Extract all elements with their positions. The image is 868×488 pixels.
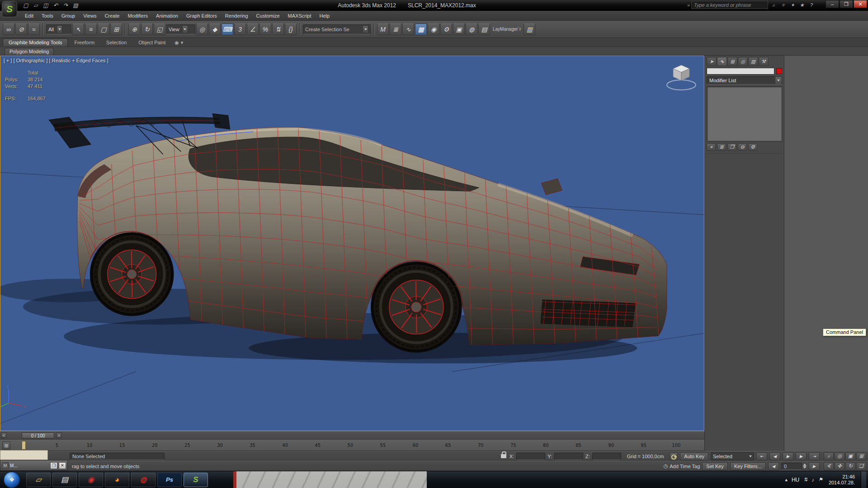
render-setup-icon[interactable]: ⚙ — [440, 23, 452, 35]
ribbon-caret-icon[interactable]: ▾ — [181, 40, 184, 46]
minimized-floater-window[interactable]: M M... ❒ ✕ — [0, 450, 68, 471]
angle-snap-icon[interactable]: ∠ — [247, 23, 259, 35]
close-button[interactable]: ✕ — [854, 0, 867, 8]
y-coordinate-field[interactable] — [554, 453, 583, 460]
unlink-selection-icon[interactable]: ⊘ — [15, 23, 27, 35]
show-end-result-button[interactable]: ≣ — [717, 143, 726, 151]
show-hidden-icons-button[interactable]: ▴ — [785, 477, 788, 483]
curve-editor-icon[interactable]: ∿ — [402, 23, 414, 35]
polygon-modeling-panel-tab[interactable]: Polygon Modeling — [5, 48, 54, 55]
minimize-button[interactable]: – — [826, 0, 839, 8]
zoom-all-icon[interactable]: ◎ — [835, 452, 844, 460]
restore-button[interactable]: ❒ — [50, 462, 57, 469]
time-slider-handle[interactable]: 0 / 100 — [22, 432, 54, 439]
key-filters-button[interactable]: Key Filters... — [730, 462, 766, 470]
current-frame-marker[interactable] — [22, 441, 26, 450]
create-tab-icon[interactable]: ➤ — [707, 57, 717, 66]
render-production-icon[interactable]: ◍ — [466, 23, 477, 35]
field-of-view-icon[interactable]: ∢ — [824, 462, 834, 470]
minimized-window-thumbnail[interactable] — [0, 450, 48, 460]
select-and-link-icon[interactable]: ∞ — [3, 23, 14, 35]
communication-center-icon[interactable]: ✦ — [788, 1, 797, 9]
object-name-field[interactable] — [707, 68, 774, 75]
named-selection-sets-icon[interactable]: {} — [285, 23, 297, 35]
go-to-end-button[interactable]: ⇥ — [809, 452, 820, 460]
spinner-snap-icon[interactable]: ⇅ — [272, 23, 284, 35]
x-coordinate-field[interactable] — [516, 453, 545, 460]
track-bar[interactable]: ⊞ 51015202530354045505560657075808590951… — [0, 439, 704, 451]
auto-key-button[interactable]: Auto Key — [680, 452, 708, 460]
percent-snap-icon[interactable]: % — [259, 23, 271, 35]
tray-network-icon[interactable]: ⇅ — [803, 477, 807, 483]
taskbar-app-notepad[interactable]: ▤ — [52, 473, 77, 487]
frame-spinner[interactable] — [803, 464, 807, 469]
rear-wheel[interactable] — [92, 235, 172, 314]
viewport[interactable]: z x y [ + ] [ Orthographic ] [ Realistic… — [0, 56, 704, 431]
remove-modifier-button[interactable]: ⊖ — [738, 143, 747, 151]
select-and-scale-icon[interactable]: ◱ — [154, 23, 165, 35]
select-and-rotate-icon[interactable]: ↻ — [141, 23, 153, 35]
display-tab-icon[interactable]: ▥ — [748, 57, 758, 66]
maximize-viewport-toggle-icon[interactable]: ❑ — [856, 462, 866, 470]
named-selection-set-dropdown[interactable]: Create Selection Se — [303, 24, 371, 34]
infocenter-arrow-icon[interactable]: » — [687, 2, 690, 8]
redo-icon[interactable]: ↷ — [61, 1, 70, 9]
front-wheel[interactable] — [373, 264, 460, 351]
pan-view-icon[interactable]: ✜ — [835, 462, 844, 470]
taskbar-app-photoshop[interactable]: Ps — [157, 473, 182, 487]
key-step-back-button[interactable]: ◀ — [768, 462, 779, 470]
taskbar-app-3dsmax[interactable]: S — [184, 473, 208, 487]
configure-modifier-sets-button[interactable]: ⚙ — [748, 143, 757, 151]
selection-filter-dropdown[interactable]: All — [46, 24, 71, 34]
rectangular-selection-region-icon[interactable]: ▢ — [98, 23, 109, 35]
taskbar-app-media[interactable]: ◉ — [79, 473, 103, 487]
taskbar-app-explorer[interactable]: ▱ — [26, 473, 51, 487]
select-and-move-icon[interactable]: ⊕ — [128, 23, 140, 35]
key-step-forward-button[interactable]: ▶ — [809, 462, 820, 470]
project-folder-icon[interactable]: ▤ — [71, 1, 80, 9]
ribbon-tab[interactable]: Freeform — [69, 39, 100, 47]
scene-explorer-icon[interactable]: ▥ — [524, 23, 535, 35]
select-and-manipulate-icon[interactable]: ◆ — [209, 23, 221, 35]
tray-action-center-icon[interactable]: ⚑ — [818, 477, 823, 483]
motion-tab-icon[interactable]: ◎ — [738, 57, 748, 66]
align-icon[interactable]: ≣ — [390, 23, 401, 35]
undo-icon[interactable]: ↶ — [51, 1, 60, 9]
orbit-icon[interactable]: ↻ — [845, 462, 855, 470]
menu-item[interactable]: Group — [57, 12, 80, 19]
menu-item[interactable]: Graph Editors — [182, 12, 221, 19]
previous-key-button[interactable]: ◀ — [769, 452, 780, 460]
menu-item[interactable]: Create — [100, 12, 123, 19]
help-icon[interactable]: ? — [807, 1, 816, 9]
keyword-search-input[interactable] — [691, 1, 768, 9]
new-scene-icon[interactable]: ▢ — [21, 1, 30, 9]
rendered-frame-window-icon[interactable]: ▣ — [453, 23, 465, 35]
ribbon-tab[interactable]: Selection — [101, 39, 132, 47]
menu-item[interactable]: Edit — [21, 12, 38, 19]
taskbar-app-opera[interactable]: ◍ — [131, 473, 156, 487]
favorites-icon[interactable]: ★ — [798, 1, 806, 9]
mirror-icon[interactable]: M — [377, 23, 389, 35]
open-mini-curve-editor-icon[interactable]: ⊞ — [2, 441, 10, 450]
hierarchy-tab-icon[interactable]: ⊞ — [727, 57, 737, 66]
use-pivot-point-center-icon[interactable]: ◎ — [196, 23, 208, 35]
ribbon-tab[interactable]: Object Paint — [133, 39, 171, 47]
current-frame-field[interactable]: 0 — [781, 463, 802, 470]
menu-item[interactable]: Tools — [38, 12, 57, 19]
menu-item[interactable]: MAXScript — [284, 12, 316, 19]
maximize-button[interactable]: ❐ — [840, 0, 853, 8]
zoom-extents-icon[interactable]: ▣ — [845, 452, 855, 460]
select-object-icon[interactable]: ↖ — [72, 23, 84, 35]
language-indicator[interactable]: HU — [792, 477, 799, 483]
viewcube[interactable] — [665, 60, 698, 92]
menu-item[interactable]: Rendering — [221, 12, 252, 19]
open-file-icon[interactable]: ▱ — [31, 1, 40, 9]
go-to-start-button[interactable]: ⇤ — [756, 452, 767, 460]
save-file-icon[interactable]: ◫ — [41, 1, 50, 9]
reference-coordinate-dropdown[interactable]: View — [166, 24, 195, 34]
next-key-button[interactable]: ▶ — [796, 452, 807, 460]
taskbar-clock[interactable]: 21:46 2014.07.28. — [829, 474, 855, 486]
make-unique-button[interactable]: ❐ — [727, 143, 736, 151]
object-color-swatch[interactable] — [776, 68, 782, 74]
3dsmax-logo-button[interactable]: S — [2, 1, 17, 17]
